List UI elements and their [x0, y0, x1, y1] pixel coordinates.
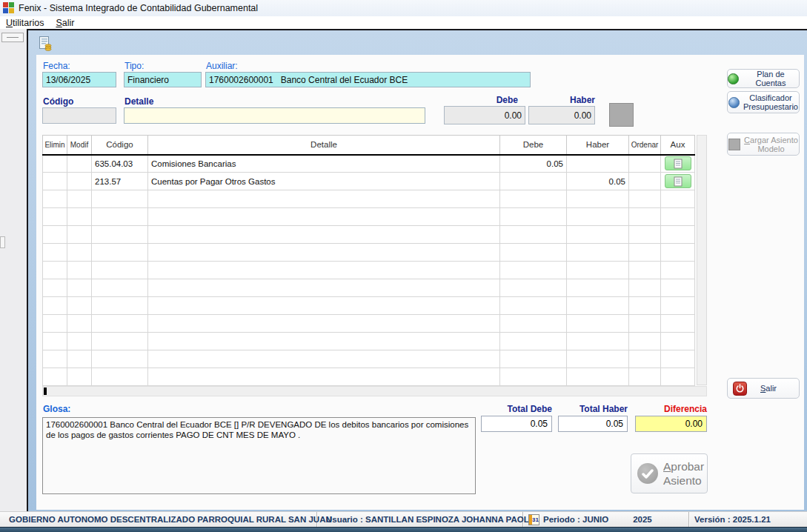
clasificador-label: ClasificadorPresupuestario: [743, 93, 798, 111]
clasificador-presupuestario-button[interactable]: ClasificadorPresupuestario: [727, 91, 800, 113]
grid-horizontal-scrollbar[interactable]: [42, 386, 707, 396]
debe-label: Debe: [444, 95, 518, 105]
tipo-input[interactable]: Financiero: [124, 72, 202, 87]
aux-notepad-icon: [674, 159, 683, 169]
diferencia-label: Diferencia: [635, 404, 707, 414]
aux-notepad-icon: [674, 176, 683, 187]
cell-codigo: 213.57: [92, 173, 148, 190]
table-row-empty: [43, 279, 695, 297]
scroll-thumb[interactable]: [44, 388, 47, 395]
col-codigo[interactable]: Código: [92, 136, 148, 155]
salir-label: Salir: [760, 384, 777, 393]
table-row-empty: [43, 244, 695, 262]
salir-button[interactable]: Salir: [727, 378, 800, 399]
cell-elimin[interactable]: [43, 155, 67, 173]
total-debe-field: 0.05: [481, 416, 552, 432]
table-row-empty: [43, 190, 695, 208]
form-client-area: Fecha: 13/06/2025 Tipo: Financiero Auxil…: [36, 55, 804, 510]
codigo-label: Código: [43, 96, 73, 107]
clasificador-icon: [728, 97, 740, 108]
aprobar-label: Aprobar Asiento: [663, 459, 704, 488]
app-window: Fenix - Sistema Integrado de Contabilida…: [0, 0, 807, 532]
col-elimin[interactable]: Elimin: [43, 136, 67, 155]
cell-debe: [500, 173, 567, 190]
total-haber-field: 0.05: [558, 416, 628, 432]
table-row[interactable]: 213.57 Cuentas por Pagar Otros Gastos 0.…: [43, 173, 695, 190]
status-periodo: 31 Periodo : JUNIO 2025: [523, 512, 689, 527]
plan-cuentas-label: Plan de Cuentas: [743, 70, 799, 87]
cell-detalle: Cuentas por Pagar Otros Gastos: [148, 173, 500, 190]
haber-label: Haber: [528, 95, 595, 105]
plan-cuentas-icon: [728, 73, 739, 84]
cell-codigo: 635.04.03: [92, 155, 148, 173]
asiento-form-window: Fecha: 13/06/2025 Tipo: Financiero Auxil…: [27, 29, 807, 511]
table-row-empty: [43, 368, 695, 386]
panel-handle[interactable]: [0, 236, 5, 248]
status-bar: GOBIERNO AUTONOMO DESCENTRALIZADO PARROQ…: [0, 511, 807, 527]
add-line-button[interactable]: [609, 103, 634, 127]
cell-detalle: Comisiones Bancarias: [148, 155, 500, 173]
debe-input[interactable]: 0.00: [444, 106, 525, 124]
salir-power-icon: [733, 382, 747, 396]
status-org: GOBIERNO AUTONOMO DESCENTRALIZADO PARROQ…: [0, 512, 317, 527]
form-toolbar: [28, 33, 807, 54]
app-icon: [3, 2, 15, 14]
cell-haber: [567, 155, 629, 173]
fecha-label: Fecha:: [43, 61, 70, 71]
title-bar: Fenix - Sistema Integrado de Contabilida…: [0, 0, 807, 16]
detalle-label: Detalle: [124, 96, 153, 107]
menu-bar: Utilitarios Salir: [0, 16, 807, 29]
table-row-empty: [43, 208, 695, 226]
table-row-empty: [43, 297, 695, 315]
new-entry-icon: [37, 36, 53, 52]
col-haber[interactable]: Haber: [567, 136, 629, 155]
grid-vertical-scrollbar[interactable]: [697, 135, 707, 385]
col-aux[interactable]: Aux: [661, 136, 695, 155]
cargar-modelo-icon: [728, 139, 740, 150]
fecha-input[interactable]: 13/06/2025: [42, 72, 116, 87]
grid-header-row: Elimin Modif Código Detalle Debe Haber O…: [43, 136, 695, 155]
menu-salir[interactable]: Salir: [50, 17, 80, 29]
cargar-asiento-modelo-button[interactable]: Cargar AsientoModelo: [727, 133, 800, 156]
table-row-empty: [43, 333, 695, 350]
cell-modif[interactable]: [67, 155, 92, 173]
cell-modif[interactable]: [67, 173, 92, 190]
bottom-strip: [0, 527, 807, 532]
codigo-input[interactable]: [42, 107, 116, 124]
auxiliar-label: Auxiliar:: [206, 61, 238, 71]
glosa-label: Glosa:: [43, 404, 70, 414]
table-row-empty: [43, 262, 695, 279]
aprobar-asiento-button[interactable]: Aprobar Asiento: [631, 453, 708, 493]
cell-elimin[interactable]: [43, 173, 67, 190]
new-entry-button[interactable]: [36, 34, 55, 53]
table-row-empty: [43, 315, 695, 333]
auxiliar-input[interactable]: 1760002600001 Banco Central del Ecuador …: [205, 72, 531, 87]
window-title: Fenix - Sistema Integrado de Contabilida…: [19, 3, 258, 13]
table-row-empty: [43, 226, 695, 244]
checkmark-icon: [637, 463, 658, 484]
periodo-icon: 31: [528, 514, 539, 525]
cargar-modelo-label: Cargar AsientoModelo: [744, 136, 798, 153]
table-row-empty: [43, 350, 695, 368]
plan-de-cuentas-button[interactable]: Plan de Cuentas: [727, 69, 800, 88]
tipo-label: Tipo:: [124, 61, 144, 71]
table-row[interactable]: 635.04.03 Comisiones Bancarias 0.05: [43, 155, 695, 173]
menu-utilitarios[interactable]: Utilitarios: [0, 17, 50, 29]
cell-aux: [661, 155, 695, 173]
panel-collapse-tab[interactable]: [1, 33, 24, 42]
col-ordenar[interactable]: Ordenar: [629, 136, 661, 155]
col-debe[interactable]: Debe: [500, 136, 567, 155]
col-detalle[interactable]: Detalle: [148, 136, 500, 155]
aux-button[interactable]: [665, 174, 691, 188]
col-modif[interactable]: Modif: [67, 136, 92, 155]
cell-haber: 0.05: [567, 173, 629, 190]
table-empty-rows: [43, 190, 695, 386]
detalle-input[interactable]: [124, 107, 425, 124]
cell-ordenar: [629, 155, 661, 173]
glosa-textarea[interactable]: 1760002600001 Banco Central del Ecuador …: [42, 417, 476, 494]
haber-input[interactable]: 0.00: [528, 106, 595, 124]
total-debe-label: Total Debe: [481, 404, 552, 414]
total-haber-label: Total Haber: [558, 404, 628, 414]
aux-button[interactable]: [665, 156, 691, 170]
cell-debe: 0.05: [500, 155, 567, 173]
